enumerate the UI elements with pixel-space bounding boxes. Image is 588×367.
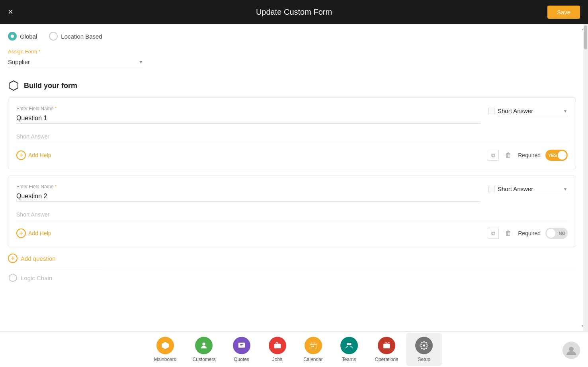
nav-item-teams[interactable]: Teams <box>331 333 367 366</box>
add-help-label-2: Add Help <box>28 230 51 236</box>
type-arrow-2: ▼ <box>563 186 568 192</box>
nav-label-teams: Teams <box>342 357 356 362</box>
page-title: Update Custom Form <box>256 8 332 17</box>
svg-rect-5 <box>274 344 281 348</box>
user-avatar[interactable] <box>563 342 580 359</box>
answer-placeholder-2: Short Answer <box>16 208 568 221</box>
close-button[interactable]: × <box>8 7 13 17</box>
customers-icon <box>195 337 213 354</box>
header: × Update Custom Form Save <box>0 0 588 24</box>
save-button[interactable]: Save <box>547 6 580 19</box>
global-radio-label: Global <box>20 33 37 40</box>
add-help-button-2[interactable]: + Add Help <box>16 228 51 238</box>
copy-icon-2[interactable]: ⧉ <box>488 228 499 239</box>
type-dropdown-1[interactable]: Short Answer ▼ <box>498 106 568 116</box>
question-1-input[interactable] <box>16 113 480 124</box>
svg-rect-11 <box>313 346 314 347</box>
build-form-header: Build your form <box>8 80 576 91</box>
assign-form-label: Assign Form * <box>8 49 576 55</box>
hex-icon <box>8 80 19 91</box>
field-name-section-1: Enter Field Name * <box>16 106 480 124</box>
question-2-input[interactable] <box>16 191 480 202</box>
copy-icon-1[interactable]: ⧉ <box>488 150 499 161</box>
nav-item-operations[interactable]: Operations <box>367 333 406 366</box>
field-name-label-1: Enter Field Name * <box>16 106 480 111</box>
required-toggle-2[interactable]: NO <box>545 228 568 239</box>
svg-marker-2 <box>162 342 169 349</box>
add-help-icon-1: + <box>16 150 26 160</box>
nav-label-operations: Operations <box>375 357 399 362</box>
add-question-button[interactable]: + Add question <box>8 254 56 263</box>
assign-form-value: Supplier <box>8 59 30 65</box>
svg-rect-4 <box>238 342 245 347</box>
card-bottom-1: + Add Help ⧉ 🗑 Required YES <box>16 150 568 161</box>
add-help-icon-2: + <box>16 228 26 238</box>
scope-radio-group: Global Location Based <box>8 32 576 41</box>
nav-item-setup[interactable]: Setup <box>406 333 442 366</box>
type-checkbox-1[interactable] <box>488 108 494 114</box>
nav-label-jobs: Jobs <box>272 357 282 362</box>
nav-label-calendar: Calendar <box>303 357 323 362</box>
main-content: Global Location Based Assign Form * Supp… <box>0 24 588 331</box>
assign-form-section: Assign Form * Supplier ▼ <box>8 49 576 68</box>
nav-items: Mainboard Customers Quotes Jobs Calendar <box>0 333 588 366</box>
global-radio[interactable]: Global <box>8 32 37 41</box>
nav-label-setup: Setup <box>418 357 430 362</box>
global-radio-circle <box>8 32 17 41</box>
toggle-text-2: NO <box>559 231 566 236</box>
build-form-title: Build your form <box>24 82 77 90</box>
svg-marker-1 <box>9 274 16 282</box>
type-dropdown-2[interactable]: Short Answer ▼ <box>498 184 568 194</box>
assign-form-select[interactable]: Supplier ▼ <box>8 56 143 68</box>
nav-item-jobs[interactable]: Jobs <box>260 333 295 366</box>
field-name-section-2: Enter Field Name * <box>16 184 480 202</box>
location-based-radio[interactable]: Location Based <box>49 32 102 41</box>
delete-icon-1[interactable]: 🗑 <box>504 150 513 160</box>
bottom-navigation: Mainboard Customers Quotes Jobs Calendar <box>0 331 588 367</box>
type-selector-1: Short Answer ▼ <box>488 106 568 116</box>
card-bottom-2: + Add Help ⧉ 🗑 Required NO <box>16 228 568 239</box>
required-marker: * <box>39 49 41 55</box>
field-name-label-2: Enter Field Name * <box>16 184 480 189</box>
card-actions-2: ⧉ 🗑 Required NO <box>488 228 568 239</box>
jobs-icon <box>269 337 286 354</box>
svg-point-3 <box>203 342 205 345</box>
question-card-1: Enter Field Name * Short Answer ▼ Short … <box>8 98 576 169</box>
card-top-2: Enter Field Name * Short Answer ▼ <box>16 184 568 202</box>
type-selector-2: Short Answer ▼ <box>488 184 568 194</box>
nav-label-mainboard: Mainboard <box>154 357 177 362</box>
toggle-thumb-1 <box>558 151 567 160</box>
add-help-button-1[interactable]: + Add Help <box>16 150 51 160</box>
type-checkbox-2[interactable] <box>488 186 494 192</box>
assign-form-arrow: ▼ <box>139 59 143 65</box>
nav-label-customers: Customers <box>192 357 215 362</box>
svg-point-15 <box>423 344 425 347</box>
card-top-1: Enter Field Name * Short Answer ▼ <box>16 106 568 124</box>
delete-icon-2[interactable]: 🗑 <box>504 228 513 238</box>
nav-item-mainboard[interactable]: Mainboard <box>146 333 185 366</box>
bottom-section-hint: Logic Chain <box>8 269 576 283</box>
mainboard-icon <box>156 337 174 354</box>
toggle-text-1: YES <box>548 153 557 158</box>
required-label-1: Required <box>518 152 541 158</box>
svg-rect-10 <box>311 346 313 347</box>
required-label-2: Required <box>518 230 541 236</box>
teams-icon <box>340 337 358 354</box>
bottom-hex-icon <box>8 273 18 283</box>
nav-item-customers[interactable]: Customers <box>184 333 223 366</box>
nav-item-calendar[interactable]: Calendar <box>295 333 331 366</box>
setup-icon <box>415 337 433 354</box>
svg-point-16 <box>569 347 574 351</box>
type-value-1: Short Answer <box>498 107 533 114</box>
scroll-thumb[interactable] <box>584 25 587 49</box>
location-based-radio-label: Location Based <box>61 33 102 40</box>
bottom-hint-text: Logic Chain <box>21 275 52 281</box>
quotes-icon <box>233 337 250 354</box>
svg-marker-0 <box>9 81 18 90</box>
card-actions-1: ⧉ 🗑 Required YES <box>488 150 568 161</box>
type-arrow-1: ▼ <box>563 108 568 114</box>
nav-item-quotes[interactable]: Quotes <box>224 333 260 366</box>
required-toggle-1[interactable]: YES <box>545 150 568 161</box>
add-question-label: Add question <box>21 255 56 262</box>
scrollbar[interactable] <box>583 24 588 343</box>
